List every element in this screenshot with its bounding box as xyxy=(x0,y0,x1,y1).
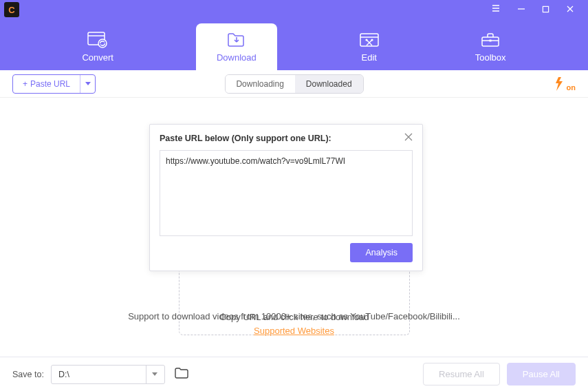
resume-all-button[interactable]: Resume All xyxy=(423,363,500,385)
open-folder-button[interactable] xyxy=(175,368,188,381)
svg-rect-7 xyxy=(490,39,492,41)
brand-badge: on xyxy=(552,76,576,92)
pause-all-button[interactable]: Pause All xyxy=(507,363,576,385)
app-logo: C xyxy=(4,2,19,17)
tab-download[interactable]: Download xyxy=(196,23,277,70)
svg-point-2 xyxy=(98,39,107,47)
segment-downloaded[interactable]: Downloaded xyxy=(295,75,363,93)
tab-label: Convert xyxy=(82,52,113,63)
svg-rect-0 xyxy=(543,6,548,12)
paste-url-button[interactable]: + Paste URL xyxy=(13,75,80,93)
tab-label: Download xyxy=(217,52,257,63)
plus-icon: + xyxy=(23,79,28,89)
save-path-dropdown[interactable]: D:\ xyxy=(51,365,165,384)
edit-icon xyxy=(360,32,379,48)
download-state-segment: Downloading Downloaded xyxy=(224,74,363,94)
svg-point-5 xyxy=(371,39,373,41)
url-input[interactable] xyxy=(160,150,413,236)
dialog-title: Paste URL below (Only support one URL): xyxy=(160,134,331,143)
tab-toolbox[interactable]: Toolbox xyxy=(461,23,520,70)
maximize-icon[interactable] xyxy=(542,3,549,16)
chevron-down-icon xyxy=(85,82,91,85)
supported-websites-link[interactable]: Supported Websites xyxy=(0,326,588,336)
dialog-footer: Analysis xyxy=(160,243,413,262)
close-icon[interactable] xyxy=(566,3,574,16)
close-icon xyxy=(404,133,413,141)
title-bar: C xyxy=(0,0,588,19)
segment-downloading[interactable]: Downloading xyxy=(225,75,294,93)
svg-point-4 xyxy=(365,39,367,41)
support-text: Support to download videos from 10000+ s… xyxy=(0,311,588,336)
download-icon xyxy=(227,32,246,48)
paste-url-dialog: Paste URL below (Only support one URL): … xyxy=(149,124,423,271)
analysis-button[interactable]: Analysis xyxy=(350,243,413,262)
tab-convert[interactable]: Convert xyxy=(68,23,127,70)
save-path-value: D:\ xyxy=(58,370,69,379)
minimize-icon[interactable] xyxy=(517,3,525,16)
tab-edit[interactable]: Edit xyxy=(346,23,393,70)
window-controls xyxy=(491,3,585,16)
tab-label: Edit xyxy=(362,52,377,63)
tab-label: Toolbox xyxy=(475,52,506,63)
toolbox-icon xyxy=(481,32,500,48)
paste-url-dropdown[interactable] xyxy=(80,75,95,93)
convert-icon xyxy=(87,32,108,48)
chevron-down-icon xyxy=(146,366,157,383)
main-tabs: Convert Download Edit Toolbox xyxy=(0,19,588,70)
svg-rect-3 xyxy=(360,34,378,46)
paste-url-group: + Paste URL xyxy=(12,74,96,94)
dialog-close-button[interactable] xyxy=(404,133,413,143)
paste-url-label: Paste URL xyxy=(30,79,70,89)
folder-icon xyxy=(175,368,188,379)
menu-icon[interactable] xyxy=(491,3,501,16)
save-to-label: Save to: xyxy=(12,370,44,379)
sub-toolbar: + Paste URL Downloading Downloaded on xyxy=(0,70,588,98)
dialog-header: Paste URL below (Only support one URL): xyxy=(160,133,413,143)
footer-bar: Save to: D:\ Resume All Pause All xyxy=(0,357,588,391)
